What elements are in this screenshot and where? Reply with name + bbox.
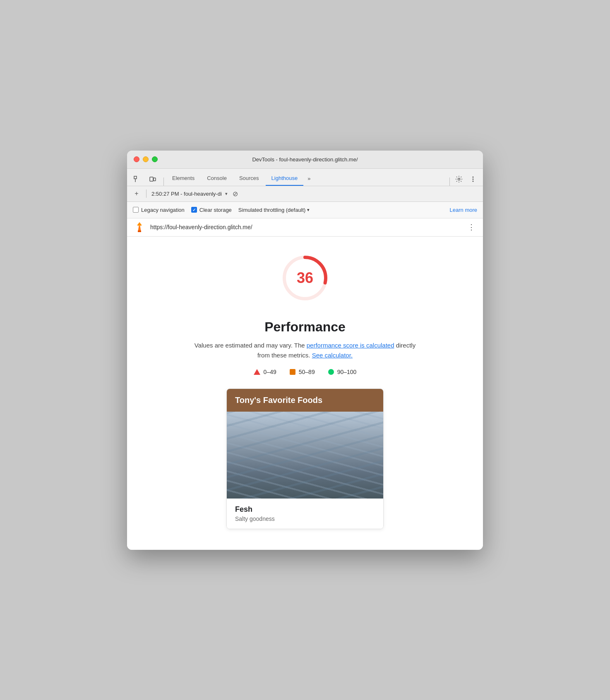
score-legend: 0–49 50–89 90–100: [254, 369, 357, 375]
svg-point-5: [473, 176, 474, 177]
app-card-body: Fesh Salty goodness: [227, 499, 383, 529]
tab-elements[interactable]: Elements: [166, 172, 200, 186]
url-display: https://foul-heavenly-direction.glitch.m…: [150, 224, 461, 230]
score-circle: 36: [280, 253, 330, 303]
menu-icon[interactable]: [466, 173, 480, 186]
tabs-separator: [163, 177, 164, 186]
legend-red-icon: [254, 369, 260, 375]
options-bar: Legacy navigation ✓ Clear storage Simula…: [127, 202, 483, 218]
throttling-dropdown[interactable]: Simulated throttling (default) ▾: [238, 207, 310, 213]
main-content: 36 Performance Values are estimated and …: [127, 237, 483, 550]
score-container: 36: [280, 253, 330, 309]
right-separator: [449, 177, 450, 186]
new-report-button[interactable]: +: [132, 189, 141, 198]
svg-marker-10: [137, 222, 142, 225]
settings-icon[interactable]: [452, 173, 466, 186]
legend-green-icon: [328, 369, 334, 375]
perf-score-link[interactable]: performance score is calculated: [307, 342, 394, 349]
app-card: Tony's Favorite Foods Fesh Salty goodnes…: [226, 388, 384, 529]
minimize-button[interactable]: [143, 156, 149, 162]
svg-rect-0: [134, 176, 137, 179]
svg-rect-3: [154, 178, 156, 181]
svg-point-4: [458, 178, 460, 180]
timestamp-label: 2:50:27 PM - foul-heavenly-di: [151, 191, 222, 197]
close-button[interactable]: [134, 156, 139, 162]
fish-image: [227, 412, 383, 499]
title-bar: DevTools - foul-heavenly-direction.glitc…: [127, 151, 483, 169]
app-card-image: [227, 412, 383, 499]
maximize-button[interactable]: [152, 156, 158, 162]
app-card-header: Tony's Favorite Foods: [227, 389, 383, 412]
calculator-link[interactable]: See calculator.: [312, 352, 353, 359]
legend-item-orange: 50–89: [290, 369, 315, 375]
window-title: DevTools - foul-heavenly-direction.glitc…: [252, 156, 358, 163]
tab-lighthouse[interactable]: Lighthouse: [266, 172, 304, 186]
app-card-title: Tony's Favorite Foods: [235, 396, 322, 405]
legend-item-red: 0–49: [254, 369, 276, 375]
tab-sources[interactable]: Sources: [233, 172, 265, 186]
legend-red-range: 0–49: [264, 369, 276, 375]
performance-title: Performance: [264, 319, 346, 335]
svg-point-7: [473, 180, 474, 182]
throttling-label: Simulated throttling (default): [238, 207, 306, 213]
svg-rect-2: [150, 177, 153, 181]
tab-more-button[interactable]: »: [304, 172, 314, 186]
svg-rect-11: [138, 230, 141, 232]
legend-item-green: 90–100: [328, 369, 357, 375]
url-menu-icon[interactable]: ⋮: [466, 222, 476, 232]
lighthouse-logo-icon: [134, 221, 145, 233]
score-number: 36: [297, 269, 313, 287]
legend-orange-range: 50–89: [299, 369, 315, 375]
legacy-navigation-label: Legacy navigation: [141, 207, 185, 213]
throttling-arrow-icon: ▾: [307, 207, 310, 213]
browser-window: DevTools - foul-heavenly-direction.glitc…: [127, 151, 483, 550]
inspect-icon[interactable]: [130, 173, 144, 186]
legacy-checkbox-box[interactable]: [133, 207, 139, 213]
item-description: Salty goodness: [235, 515, 375, 522]
block-icon[interactable]: ⊘: [231, 189, 240, 198]
toolbar-sep: [146, 189, 146, 198]
clear-storage-label: Clear storage: [199, 207, 232, 213]
timestamp-dropdown-arrow[interactable]: ▾: [225, 191, 228, 197]
lighthouse-toolbar: + 2:50:27 PM - foul-heavenly-di ▾ ⊘: [127, 186, 483, 202]
traffic-lights: [134, 156, 158, 162]
clear-storage-checkbox[interactable]: ✓ Clear storage: [191, 207, 232, 213]
learn-more-link[interactable]: Learn more: [450, 207, 477, 213]
legend-green-range: 90–100: [337, 369, 357, 375]
devtools-tabs-bar: Elements Console Sources Lighthouse »: [127, 169, 483, 186]
svg-point-6: [473, 178, 474, 180]
clear-storage-checkbox-box[interactable]: ✓: [191, 207, 197, 213]
legacy-navigation-checkbox[interactable]: Legacy navigation: [133, 207, 185, 213]
url-bar: https://foul-heavenly-direction.glitch.m…: [127, 218, 483, 237]
device-toggle-icon[interactable]: [146, 173, 159, 186]
legend-orange-icon: [290, 369, 295, 375]
performance-description: Values are estimated and may vary. The p…: [189, 340, 421, 360]
fish-overlay-2: [227, 412, 383, 499]
check-mark: ✓: [192, 208, 196, 212]
item-name: Fesh: [235, 505, 375, 514]
tab-console[interactable]: Console: [201, 172, 233, 186]
desc-text: Values are estimated and may vary. The: [195, 342, 307, 349]
